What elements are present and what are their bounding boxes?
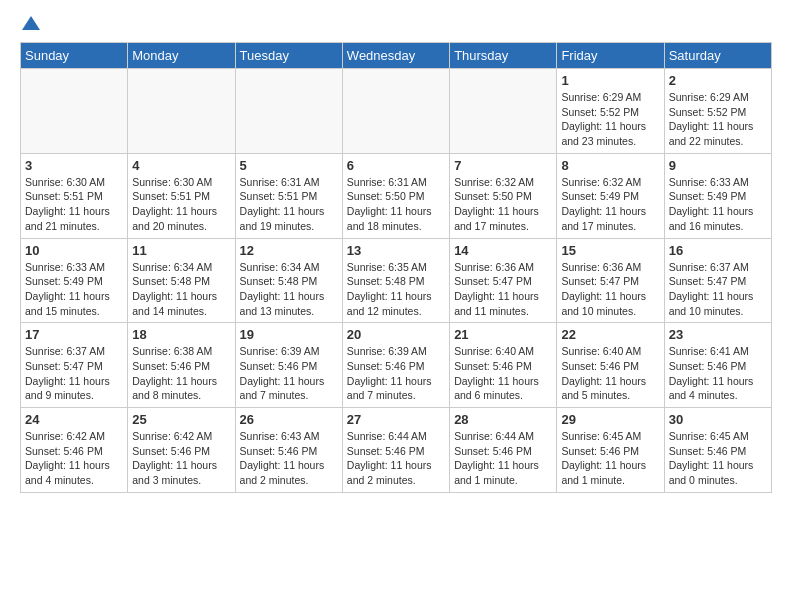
day-info: Sunrise: 6:45 AMSunset: 5:46 PMDaylight:… [561,429,659,488]
day-info: Sunrise: 6:31 AMSunset: 5:51 PMDaylight:… [240,175,338,234]
day-number: 9 [669,158,767,173]
day-info: Sunrise: 6:32 AMSunset: 5:49 PMDaylight:… [561,175,659,234]
day-info: Sunrise: 6:30 AMSunset: 5:51 PMDaylight:… [132,175,230,234]
day-number: 17 [25,327,123,342]
day-number: 8 [561,158,659,173]
day-number: 25 [132,412,230,427]
day-info: Sunrise: 6:32 AMSunset: 5:50 PMDaylight:… [454,175,552,234]
day-info: Sunrise: 6:33 AMSunset: 5:49 PMDaylight:… [25,260,123,319]
day-info: Sunrise: 6:34 AMSunset: 5:48 PMDaylight:… [240,260,338,319]
calendar-cell: 2Sunrise: 6:29 AMSunset: 5:52 PMDaylight… [664,69,771,154]
day-number: 21 [454,327,552,342]
day-info: Sunrise: 6:38 AMSunset: 5:46 PMDaylight:… [132,344,230,403]
calendar-cell: 9Sunrise: 6:33 AMSunset: 5:49 PMDaylight… [664,153,771,238]
day-info: Sunrise: 6:40 AMSunset: 5:46 PMDaylight:… [454,344,552,403]
calendar-cell: 6Sunrise: 6:31 AMSunset: 5:50 PMDaylight… [342,153,449,238]
day-number: 14 [454,243,552,258]
week-row-1: 1Sunrise: 6:29 AMSunset: 5:52 PMDaylight… [21,69,772,154]
weekday-header-sunday: Sunday [21,43,128,69]
day-number: 3 [25,158,123,173]
calendar-cell: 26Sunrise: 6:43 AMSunset: 5:46 PMDayligh… [235,408,342,493]
weekday-header-tuesday: Tuesday [235,43,342,69]
day-number: 15 [561,243,659,258]
calendar-cell: 14Sunrise: 6:36 AMSunset: 5:47 PMDayligh… [450,238,557,323]
day-info: Sunrise: 6:36 AMSunset: 5:47 PMDaylight:… [561,260,659,319]
day-number: 18 [132,327,230,342]
calendar-cell [342,69,449,154]
day-info: Sunrise: 6:29 AMSunset: 5:52 PMDaylight:… [669,90,767,149]
calendar-cell: 17Sunrise: 6:37 AMSunset: 5:47 PMDayligh… [21,323,128,408]
day-number: 4 [132,158,230,173]
day-number: 19 [240,327,338,342]
day-info: Sunrise: 6:34 AMSunset: 5:48 PMDaylight:… [132,260,230,319]
day-number: 11 [132,243,230,258]
calendar-cell: 28Sunrise: 6:44 AMSunset: 5:46 PMDayligh… [450,408,557,493]
calendar-cell: 10Sunrise: 6:33 AMSunset: 5:49 PMDayligh… [21,238,128,323]
day-info: Sunrise: 6:36 AMSunset: 5:47 PMDaylight:… [454,260,552,319]
day-info: Sunrise: 6:39 AMSunset: 5:46 PMDaylight:… [347,344,445,403]
calendar-cell: 12Sunrise: 6:34 AMSunset: 5:48 PMDayligh… [235,238,342,323]
day-info: Sunrise: 6:42 AMSunset: 5:46 PMDaylight:… [132,429,230,488]
svg-marker-0 [22,16,40,30]
day-info: Sunrise: 6:39 AMSunset: 5:46 PMDaylight:… [240,344,338,403]
day-info: Sunrise: 6:31 AMSunset: 5:50 PMDaylight:… [347,175,445,234]
calendar-cell: 3Sunrise: 6:30 AMSunset: 5:51 PMDaylight… [21,153,128,238]
calendar-cell: 16Sunrise: 6:37 AMSunset: 5:47 PMDayligh… [664,238,771,323]
calendar-cell: 13Sunrise: 6:35 AMSunset: 5:48 PMDayligh… [342,238,449,323]
day-number: 10 [25,243,123,258]
calendar: SundayMondayTuesdayWednesdayThursdayFrid… [20,42,772,493]
week-row-5: 24Sunrise: 6:42 AMSunset: 5:46 PMDayligh… [21,408,772,493]
day-number: 24 [25,412,123,427]
day-number: 29 [561,412,659,427]
calendar-cell [235,69,342,154]
day-info: Sunrise: 6:42 AMSunset: 5:46 PMDaylight:… [25,429,123,488]
calendar-cell: 21Sunrise: 6:40 AMSunset: 5:46 PMDayligh… [450,323,557,408]
calendar-cell: 7Sunrise: 6:32 AMSunset: 5:50 PMDaylight… [450,153,557,238]
day-info: Sunrise: 6:45 AMSunset: 5:46 PMDaylight:… [669,429,767,488]
calendar-cell: 1Sunrise: 6:29 AMSunset: 5:52 PMDaylight… [557,69,664,154]
day-number: 12 [240,243,338,258]
calendar-cell: 5Sunrise: 6:31 AMSunset: 5:51 PMDaylight… [235,153,342,238]
calendar-cell: 24Sunrise: 6:42 AMSunset: 5:46 PMDayligh… [21,408,128,493]
day-number: 7 [454,158,552,173]
day-number: 5 [240,158,338,173]
day-number: 23 [669,327,767,342]
calendar-cell: 29Sunrise: 6:45 AMSunset: 5:46 PMDayligh… [557,408,664,493]
day-number: 1 [561,73,659,88]
weekday-header-saturday: Saturday [664,43,771,69]
week-row-3: 10Sunrise: 6:33 AMSunset: 5:49 PMDayligh… [21,238,772,323]
calendar-cell: 30Sunrise: 6:45 AMSunset: 5:46 PMDayligh… [664,408,771,493]
calendar-cell: 4Sunrise: 6:30 AMSunset: 5:51 PMDaylight… [128,153,235,238]
weekday-header-monday: Monday [128,43,235,69]
calendar-cell: 11Sunrise: 6:34 AMSunset: 5:48 PMDayligh… [128,238,235,323]
day-number: 27 [347,412,445,427]
day-number: 30 [669,412,767,427]
calendar-cell: 8Sunrise: 6:32 AMSunset: 5:49 PMDaylight… [557,153,664,238]
calendar-cell: 18Sunrise: 6:38 AMSunset: 5:46 PMDayligh… [128,323,235,408]
weekday-header-thursday: Thursday [450,43,557,69]
day-info: Sunrise: 6:30 AMSunset: 5:51 PMDaylight:… [25,175,123,234]
calendar-cell: 20Sunrise: 6:39 AMSunset: 5:46 PMDayligh… [342,323,449,408]
week-row-4: 17Sunrise: 6:37 AMSunset: 5:47 PMDayligh… [21,323,772,408]
calendar-cell: 27Sunrise: 6:44 AMSunset: 5:46 PMDayligh… [342,408,449,493]
calendar-cell: 22Sunrise: 6:40 AMSunset: 5:46 PMDayligh… [557,323,664,408]
calendar-cell: 25Sunrise: 6:42 AMSunset: 5:46 PMDayligh… [128,408,235,493]
day-info: Sunrise: 6:29 AMSunset: 5:52 PMDaylight:… [561,90,659,149]
weekday-header-friday: Friday [557,43,664,69]
weekday-header-row: SundayMondayTuesdayWednesdayThursdayFrid… [21,43,772,69]
logo-icon [22,14,40,32]
calendar-cell [21,69,128,154]
day-info: Sunrise: 6:35 AMSunset: 5:48 PMDaylight:… [347,260,445,319]
day-number: 2 [669,73,767,88]
logo [20,16,40,32]
day-number: 16 [669,243,767,258]
day-info: Sunrise: 6:33 AMSunset: 5:49 PMDaylight:… [669,175,767,234]
week-row-2: 3Sunrise: 6:30 AMSunset: 5:51 PMDaylight… [21,153,772,238]
day-number: 28 [454,412,552,427]
day-info: Sunrise: 6:37 AMSunset: 5:47 PMDaylight:… [669,260,767,319]
day-info: Sunrise: 6:44 AMSunset: 5:46 PMDaylight:… [347,429,445,488]
day-number: 20 [347,327,445,342]
day-number: 13 [347,243,445,258]
page: SundayMondayTuesdayWednesdayThursdayFrid… [0,0,792,503]
day-number: 6 [347,158,445,173]
